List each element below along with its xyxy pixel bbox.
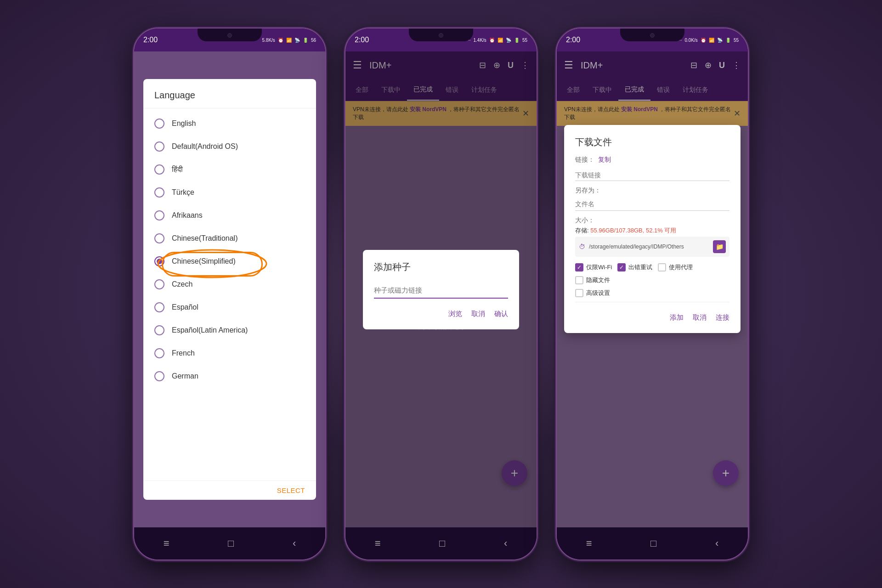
- radio-turkish[interactable]: [154, 187, 164, 198]
- battery-level: 56: [311, 38, 316, 43]
- lang-label-czech: Czech: [172, 280, 192, 288]
- advanced-cb-box[interactable]: [575, 289, 583, 297]
- wifi-icon: 📡: [294, 38, 300, 43]
- nav-bar-1: ≡ □ ‹: [134, 527, 325, 560]
- lang-label-german: German: [172, 372, 198, 380]
- wifi-only-checkbox[interactable]: ✓ 仅限Wi-Fi: [575, 263, 612, 271]
- select-button[interactable]: SELECT: [277, 486, 305, 494]
- confirm-button[interactable]: 确认: [494, 310, 508, 318]
- signal-icon: 📶: [286, 38, 292, 43]
- connect-button[interactable]: 连接: [716, 313, 729, 322]
- lang-item-default-android[interactable]: Default(Android OS): [143, 135, 316, 158]
- lang-item-chinese-simplified[interactable]: Chinese(Simplified): [143, 250, 316, 273]
- use-proxy-checkbox[interactable]: 使用代理: [658, 263, 693, 271]
- nav-back-button-2[interactable]: ‹: [504, 537, 507, 549]
- nav-back-button[interactable]: ‹: [293, 537, 296, 549]
- screen-2: ☰ IDM+ ⊟ ⊕ U ⋮ 全部 下载中 已完成 错误 计划任务 VPN未连接…: [345, 51, 537, 527]
- battery-icon-2: 🔋: [514, 38, 520, 43]
- cancel-button-2[interactable]: 取消: [471, 310, 485, 318]
- power-button-2[interactable]: [537, 139, 537, 175]
- checkboxes-row-1: ✓ 仅限Wi-Fi ✓ 出错重试 使用代理: [575, 263, 729, 271]
- check-icon-wifi: ✓: [577, 264, 582, 271]
- lang-item-espanol[interactable]: Español: [143, 296, 316, 319]
- checkboxes-row-2: 隐藏文件: [575, 276, 729, 284]
- lang-item-chinese-traditional[interactable]: Chinese(Traditional): [143, 227, 316, 250]
- path-text: /storage/emulated/legacy/IDMP/Others: [589, 243, 709, 250]
- add-button[interactable]: 添加: [670, 313, 684, 322]
- check-icon-retry: ✓: [619, 264, 624, 271]
- advanced-label: 高级设置: [586, 289, 610, 297]
- language-dialog: Language English Default(Android OS) हिं…: [143, 79, 316, 500]
- power-button[interactable]: [325, 139, 326, 175]
- radio-czech[interactable]: [154, 279, 164, 289]
- nav-menu-button[interactable]: ≡: [164, 537, 170, 549]
- lang-label-afrikaans: Afrikaans: [172, 211, 203, 220]
- path-history-icon: ⏱: [579, 243, 585, 250]
- radio-english[interactable]: [154, 119, 164, 129]
- battery-icon: 🔋: [303, 38, 308, 43]
- nav-menu-button-3[interactable]: ≡: [586, 537, 592, 549]
- link-label: 链接：: [575, 156, 594, 164]
- lang-item-czech[interactable]: Czech: [143, 273, 316, 296]
- status-time-2: 2:00: [355, 36, 369, 44]
- lang-label-english: English: [172, 119, 196, 128]
- status-icons-3: ··· 0.0K/s ⏰ 📶 📡 🔋 55: [678, 38, 739, 43]
- lang-item-hindi[interactable]: हिंदी: [143, 158, 316, 181]
- lang-item-turkish[interactable]: Türkçe: [143, 181, 316, 204]
- nav-menu-button-2[interactable]: ≡: [375, 537, 381, 549]
- status-time-3: 2:00: [566, 36, 580, 44]
- error-retry-cb-box[interactable]: ✓: [617, 263, 626, 271]
- lang-item-afrikaans[interactable]: Afrikaans: [143, 204, 316, 227]
- seed-input[interactable]: [374, 283, 508, 299]
- lang-item-german[interactable]: German: [143, 365, 316, 388]
- lang-item-french[interactable]: French: [143, 342, 316, 365]
- status-time: 2:00: [143, 36, 158, 44]
- nav-home-button[interactable]: □: [228, 537, 234, 549]
- error-retry-checkbox[interactable]: ✓ 出错重试: [617, 263, 652, 271]
- radio-espanol[interactable]: [154, 302, 164, 312]
- browse-button[interactable]: 浏览: [448, 310, 462, 318]
- radio-chinese-simplified[interactable]: [154, 256, 164, 266]
- radio-inner-dot: [157, 259, 162, 264]
- battery-level-2: 55: [522, 38, 527, 43]
- nav-back-button-3[interactable]: ‹: [715, 537, 718, 549]
- radio-hindi[interactable]: [154, 164, 164, 175]
- nav-home-button-3[interactable]: □: [650, 537, 656, 549]
- status-bar-2: 2:00 ··· 1.4K/s ⏰ 📶 📡 🔋 55: [345, 28, 537, 51]
- nav-home-button-2[interactable]: □: [439, 537, 445, 549]
- radio-espanol-latin[interactable]: [154, 325, 164, 335]
- power-button-3[interactable]: [748, 139, 749, 175]
- radio-german[interactable]: [154, 371, 164, 381]
- signal-icon-2: 📶: [498, 38, 503, 43]
- link-input[interactable]: [575, 170, 729, 181]
- advanced-checkbox[interactable]: 高级设置: [575, 289, 610, 297]
- nav-bar-2: ≡ □ ‹: [345, 527, 537, 560]
- hidden-file-checkbox[interactable]: 隐藏文件: [575, 276, 610, 284]
- wifi-only-cb-box[interactable]: ✓: [575, 263, 583, 271]
- radio-french[interactable]: [154, 348, 164, 358]
- network-speed: 5.8K/s: [262, 38, 275, 43]
- folder-icon: 📁: [716, 243, 724, 250]
- screen-3: ☰ IDM+ ⊟ ⊕ U ⋮ 全部 下载中 已完成 错误 计划任务 VPN未连接…: [557, 51, 748, 527]
- lang-item-english[interactable]: English: [143, 112, 316, 135]
- phone-2: 2:00 ··· 1.4K/s ⏰ 📶 📡 🔋 55 ☰ IDM+ ⊟ ⊕ U …: [345, 28, 537, 560]
- use-proxy-cb-box[interactable]: [658, 263, 666, 271]
- copy-button[interactable]: 复制: [598, 156, 611, 164]
- link-row: 链接： 复制: [575, 156, 729, 164]
- radio-default-android[interactable]: [154, 141, 164, 152]
- network-speed-3: 0.0K/s: [685, 38, 698, 43]
- screen-1: Language English Default(Android OS) हिं…: [134, 51, 325, 527]
- radio-chinese-traditional[interactable]: [154, 233, 164, 243]
- lang-label-french: French: [172, 349, 195, 357]
- footer-divider: [575, 302, 729, 302]
- path-row: ⏱ /storage/emulated/legacy/IDMP/Others 📁: [575, 237, 729, 257]
- path-change-button[interactable]: 📁: [713, 240, 726, 253]
- dialog-overlay-2: 添加种子 浏览 取消 确认: [345, 51, 537, 527]
- filename-input[interactable]: [575, 198, 729, 211]
- add-seed-dialog: 添加种子 浏览 取消 确认: [363, 250, 519, 329]
- hidden-file-cb-box[interactable]: [575, 276, 583, 284]
- cancel-button-3[interactable]: 取消: [693, 313, 707, 322]
- radio-afrikaans[interactable]: [154, 210, 164, 220]
- download-dialog: 下载文件 链接： 复制 另存为： 大小： 存储: 55.96GB/107.38G…: [564, 125, 741, 333]
- lang-item-espanol-latin[interactable]: Español(Latin America): [143, 319, 316, 342]
